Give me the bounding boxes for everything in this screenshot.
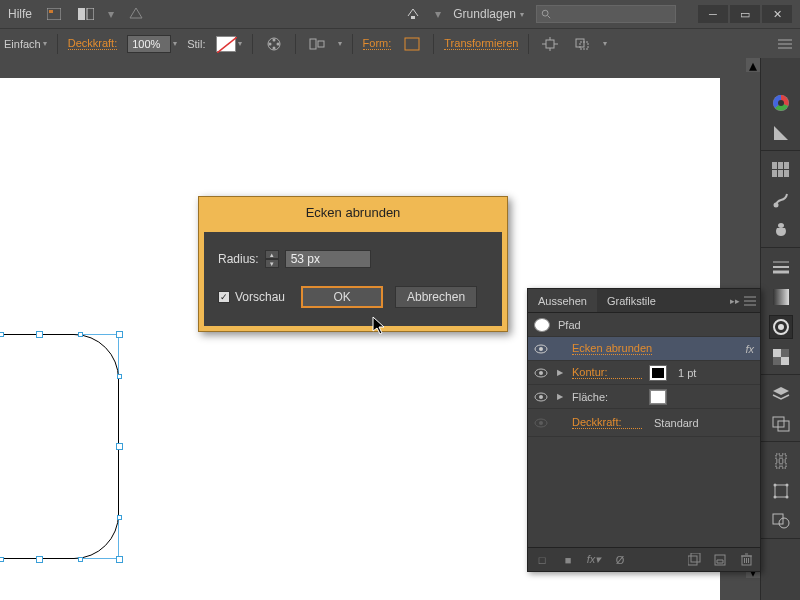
handle-br[interactable] xyxy=(116,556,123,563)
window-maximize[interactable]: ▭ xyxy=(730,5,760,23)
svg-rect-28 xyxy=(772,162,777,169)
opacity-label[interactable]: Deckkraft: xyxy=(68,37,118,50)
artboards-panel-icon[interactable] xyxy=(769,412,793,436)
anchor[interactable] xyxy=(78,557,83,562)
stroke-swatch[interactable] xyxy=(650,366,666,380)
appearance-effect-row[interactable]: Ecken abrunden fx xyxy=(528,337,760,361)
anchor[interactable] xyxy=(117,374,122,379)
svg-rect-29 xyxy=(778,162,783,169)
appearance-stroke-row[interactable]: ▶ Kontur: 1 pt xyxy=(528,361,760,385)
collapse-icon[interactable]: ▸▸ xyxy=(730,296,740,306)
visibility-icon[interactable] xyxy=(534,366,548,380)
svg-point-10 xyxy=(276,42,279,45)
svg-rect-4 xyxy=(411,16,415,19)
visibility-icon[interactable] xyxy=(534,416,548,430)
anchor[interactable] xyxy=(117,515,122,520)
handle-bm[interactable] xyxy=(36,556,43,563)
appearance-opacity-row[interactable]: Deckkraft: Standard xyxy=(528,409,760,437)
add-effect-icon[interactable]: fx▾ xyxy=(586,552,602,568)
anchor[interactable] xyxy=(78,332,83,337)
isolate-icon[interactable] xyxy=(539,33,561,55)
gpu-icon[interactable] xyxy=(126,5,146,23)
svg-rect-47 xyxy=(776,454,780,460)
svg-line-7 xyxy=(217,37,237,53)
svg-point-53 xyxy=(785,484,788,487)
window-close[interactable]: ✕ xyxy=(762,5,792,23)
workspace-switcher[interactable]: Grundlagen ▾ xyxy=(453,7,524,21)
radius-input[interactable] xyxy=(285,250,371,268)
handle-tm[interactable] xyxy=(36,331,43,338)
appearance-object-row[interactable]: Pfad xyxy=(528,313,760,337)
visibility-icon[interactable] xyxy=(534,342,548,356)
svg-rect-32 xyxy=(778,170,783,177)
rounded-rectangle[interactable] xyxy=(0,334,119,559)
svg-rect-13 xyxy=(310,39,316,49)
handle-tr[interactable] xyxy=(116,331,123,338)
shape-label[interactable]: Form: xyxy=(363,37,392,50)
clear-icon[interactable]: Ø xyxy=(612,552,628,568)
svg-rect-69 xyxy=(688,556,697,565)
align-icon[interactable] xyxy=(306,33,328,55)
svg-point-9 xyxy=(272,38,275,41)
tab-graphic-styles[interactable]: Grafikstile xyxy=(597,289,666,312)
recolor-icon[interactable] xyxy=(263,33,285,55)
window-minimize[interactable]: ─ xyxy=(698,5,728,23)
ok-button[interactable]: OK xyxy=(301,286,383,308)
trash-icon[interactable] xyxy=(738,552,754,568)
edit-clip-icon[interactable] xyxy=(571,33,593,55)
transform-label[interactable]: Transformieren xyxy=(444,37,518,50)
svg-rect-38 xyxy=(773,289,789,305)
color-guide-icon[interactable] xyxy=(769,121,793,145)
swatches-panel-icon[interactable] xyxy=(769,158,793,182)
cancel-button[interactable]: Abbrechen xyxy=(395,286,477,308)
appearance-panel-icon[interactable] xyxy=(769,315,793,339)
effect-name[interactable]: Ecken abrunden xyxy=(572,342,652,355)
stroke-weight: 1 pt xyxy=(678,367,696,379)
gradient-panel-icon[interactable] xyxy=(769,285,793,309)
opacity-label[interactable]: Deckkraft: xyxy=(572,416,642,429)
duplicate-icon[interactable] xyxy=(686,552,702,568)
expand-icon[interactable]: ▶ xyxy=(556,392,564,401)
new-stroke-icon[interactable]: □ xyxy=(534,552,550,568)
radius-spinner[interactable]: ▲▼ xyxy=(265,250,279,268)
search-input[interactable] xyxy=(536,5,676,23)
transparency-panel-icon[interactable] xyxy=(769,345,793,369)
style-dropdown[interactable]: ▾ xyxy=(216,36,242,52)
transform-panel-icon[interactable] xyxy=(769,479,793,503)
new-fill-icon[interactable]: ■ xyxy=(560,552,576,568)
menu-help[interactable]: Hilfe xyxy=(8,7,32,21)
selected-shape[interactable] xyxy=(0,334,125,566)
arrange-icon[interactable] xyxy=(76,5,96,23)
bridge-icon[interactable] xyxy=(44,5,64,23)
anchor[interactable] xyxy=(0,557,4,562)
expand-icon[interactable]: ▶ xyxy=(556,368,564,377)
symbols-panel-icon[interactable] xyxy=(769,218,793,242)
align-panel-icon[interactable] xyxy=(769,449,793,473)
new-item-icon[interactable] xyxy=(712,552,728,568)
fill-swatch[interactable] xyxy=(650,390,666,404)
stroke-panel-icon[interactable] xyxy=(769,255,793,279)
preview-checkbox[interactable]: ✓ xyxy=(218,291,230,303)
visibility-icon[interactable] xyxy=(534,390,548,404)
svg-rect-33 xyxy=(784,170,789,177)
opacity-value: Standard xyxy=(654,417,699,429)
tab-appearance[interactable]: Aussehen xyxy=(528,289,597,312)
svg-point-5 xyxy=(542,10,548,16)
panel-menu-icon[interactable] xyxy=(744,296,756,306)
pathfinder-panel-icon[interactable] xyxy=(769,509,793,533)
layers-panel-icon[interactable] xyxy=(769,382,793,406)
stroke-profile-dropdown[interactable]: Einfach ▾ xyxy=(4,38,47,50)
panel-menu-icon[interactable] xyxy=(774,33,796,55)
anchor[interactable] xyxy=(0,332,4,337)
fx-icon: fx xyxy=(745,343,754,355)
brushes-panel-icon[interactable] xyxy=(769,188,793,212)
color-panel-icon[interactable] xyxy=(769,91,793,115)
svg-point-55 xyxy=(785,496,788,499)
opacity-input[interactable]: ▾ xyxy=(127,35,177,53)
shape-icon[interactable] xyxy=(401,33,423,55)
appearance-fill-row[interactable]: ▶ Fläche: xyxy=(528,385,760,409)
handle-mr[interactable] xyxy=(116,443,123,450)
stroke-label[interactable]: Kontur: xyxy=(572,366,642,379)
sync-icon[interactable] xyxy=(403,5,423,23)
scroll-up-icon[interactable]: ▴ xyxy=(746,58,760,72)
